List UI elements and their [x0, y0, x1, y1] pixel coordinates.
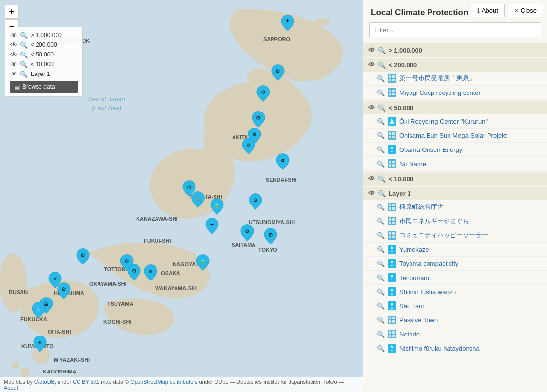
list-item-lt200k-1[interactable]: 🔍 Miyagi Coop recycling center: [363, 86, 547, 100]
legend-eye-lt50k[interactable]: 👁: [10, 51, 17, 58]
list-item-layer1-1[interactable]: 🔍 市民エネルギーやまぐち: [363, 214, 547, 228]
group-header-layer1[interactable]: 👁 🔍 Layer 1: [363, 187, 547, 200]
marker-m2[interactable]: 🚶: [189, 191, 207, 208]
marker-n6[interactable]: ♻: [274, 153, 292, 170]
group-header-gt1m[interactable]: 👁 🔍 > 1.000.000: [363, 43, 547, 57]
search-icon-lt50k-1[interactable]: 🔍: [377, 132, 385, 139]
svg-text:🚶: 🚶: [195, 195, 201, 202]
legend-eye-lt10k[interactable]: 👁: [10, 60, 17, 68]
svg-rect-68: [389, 320, 391, 323]
group-eye-lt50k[interactable]: 👁: [368, 104, 375, 112]
list-item-layer1-2[interactable]: 🔍 コミュニティハッピーソーラー: [363, 228, 547, 243]
legend-eye-layer1[interactable]: 👁: [10, 70, 17, 78]
group-search-layer1[interactable]: 🔍: [378, 190, 386, 197]
cc-link[interactable]: CC BY 3.0: [73, 379, 98, 385]
search-icon-layer1-1[interactable]: 🔍: [377, 218, 385, 225]
legend-item-lt200k[interactable]: 👁 🔍 < 200.000: [10, 41, 78, 49]
search-icon-layer1-6[interactable]: 🔍: [377, 288, 385, 296]
search-icon-layer1-10[interactable]: 🔍: [377, 345, 385, 352]
marker-r1[interactable]: ☀: [31, 335, 49, 353]
group-header-lt200k[interactable]: 👁 🔍 < 200.000: [363, 58, 547, 72]
svg-rect-41: [392, 132, 395, 135]
list-item-layer1-3[interactable]: 🔍 Yumekaze: [363, 243, 547, 257]
search-icon-lt50k-3[interactable]: 🔍: [377, 160, 385, 168]
legend-search-lt10k[interactable]: 🔍: [20, 61, 28, 68]
search-icon-layer1-8[interactable]: 🔍: [377, 317, 385, 324]
group-eye-layer1[interactable]: 👁: [368, 189, 375, 197]
marker-k2[interactable]: ☀: [142, 264, 159, 281]
about-footer-link[interactable]: About: [4, 385, 18, 391]
cartodb-link[interactable]: CartoDB: [34, 379, 55, 385]
search-icon-lt50k-2[interactable]: 🔍: [377, 146, 385, 153]
search-icon-layer1-7[interactable]: 🔍: [377, 302, 385, 310]
search-icon-layer1-4[interactable]: 🔍: [377, 260, 385, 267]
map-area: Sea of Japan(East Sea) VLADIVOSTOK SAPPO…: [0, 0, 363, 392]
legend-item-gt1m[interactable]: 👁 🔍 > 1.000.000: [10, 31, 78, 39]
browse-data-button[interactable]: ▤ Browse data: [10, 81, 78, 93]
list-item-layer1-7[interactable]: 🔍 Sao Taro: [363, 299, 547, 313]
list-item-layer1-8[interactable]: 🔍 Passive Town: [363, 313, 547, 327]
marker-t1[interactable]: ☀: [203, 217, 221, 235]
search-icon-lt50k-0[interactable]: 🔍: [377, 118, 385, 125]
marker-t3[interactable]: ⚙: [262, 227, 279, 245]
legend-search-gt1m[interactable]: 🔍: [20, 32, 28, 39]
group-eye-gt1m[interactable]: 👁: [368, 46, 375, 54]
marker-n5[interactable]: ♻: [240, 137, 257, 155]
marker-k1[interactable]: 🍃: [194, 254, 212, 271]
group-search-lt10k[interactable]: 🔍: [378, 175, 386, 183]
osm-link[interactable]: OpenStreetMap contributors: [130, 379, 197, 385]
svg-rect-40: [389, 132, 391, 135]
search-icon-lt200k-1[interactable]: 🔍: [377, 89, 385, 96]
legend-search-lt50k[interactable]: 🔍: [20, 51, 28, 58]
group-search-lt200k[interactable]: 🔍: [378, 61, 386, 69]
search-icon-layer1-0[interactable]: 🔍: [377, 204, 385, 211]
group-search-lt50k[interactable]: 🔍: [378, 104, 386, 112]
about-button[interactable]: ℹ About: [471, 4, 505, 17]
group-search-gt1m[interactable]: 🔍: [378, 47, 386, 54]
search-icon-layer1-3[interactable]: 🔍: [377, 246, 385, 253]
list-item-lt50k-0[interactable]: 🔍 Ōki Recycling Center "Kururun": [363, 114, 547, 129]
marker-c1[interactable]: ⚙: [74, 248, 92, 265]
marker-n1[interactable]: ⚙: [269, 64, 287, 81]
search-icon-lt200k-0[interactable]: 🔍: [377, 75, 385, 82]
legend-eye-gt1m[interactable]: 👁: [10, 31, 17, 39]
list-item-lt50k-3[interactable]: 🔍 No Name: [363, 157, 547, 171]
group-header-lt10k[interactable]: 👁 🔍 < 10.000: [363, 172, 547, 186]
legend-eye-lt200k[interactable]: 👁: [10, 41, 17, 49]
marker-n2[interactable]: ⚙: [254, 85, 272, 102]
legend-search-lt200k[interactable]: 🔍: [20, 41, 28, 49]
search-icon-layer1-9[interactable]: 🔍: [377, 331, 385, 338]
marker-m4[interactable]: ⚙: [247, 193, 264, 210]
list-item-layer1-9[interactable]: 🔍 Notorin: [363, 327, 547, 341]
legend-item-layer1[interactable]: 👁 🔍 Layer 1: [10, 70, 78, 78]
list-item-lt50k-2[interactable]: 🔍 Obama Onsen Energy: [363, 143, 547, 157]
list-item-layer1-10[interactable]: 🔍 Nishimo fūruku hataydonsha: [363, 341, 547, 355]
list-item-lt200k-0[interactable]: 🔍 第一号市民発電所「恵泉」: [363, 72, 547, 86]
list-item-layer1-0[interactable]: 🔍 梼原町総合庁舎: [363, 200, 547, 214]
legend-item-lt10k[interactable]: 👁 🔍 < 10.000: [10, 60, 78, 68]
close-button[interactable]: ✕ Close: [508, 4, 543, 17]
legend-item-lt50k[interactable]: 👁 🔍 < 50.000: [10, 51, 78, 58]
marker-t2[interactable]: ⚙: [238, 224, 256, 242]
list-item-layer1-6[interactable]: 🔍 Shimin fusha wanzu: [363, 285, 547, 299]
item-icon-lt200k-0: [388, 74, 396, 83]
marker-c2[interactable]: ⚙: [118, 254, 136, 271]
group-eye-lt10k[interactable]: 👁: [368, 175, 375, 183]
list-item-lt50k-1[interactable]: 🔍 Ohisama Bun Sun Mega-Solar Projekt: [363, 129, 547, 143]
legend-search-layer1[interactable]: 🔍: [20, 71, 28, 78]
filter-input[interactable]: [369, 22, 541, 37]
svg-rect-72: [389, 335, 391, 337]
marker-ky4[interactable]: 💧: [30, 301, 47, 319]
group-header-lt50k[interactable]: 👁 🔍 < 50.000: [363, 101, 547, 114]
zoom-in-button[interactable]: +: [5, 5, 19, 19]
list-item-layer1-4[interactable]: 🔍 Toyama compact city: [363, 257, 547, 271]
marker-hokkaido[interactable]: ✦: [279, 14, 296, 32]
search-icon-layer1-5[interactable]: 🔍: [377, 274, 385, 281]
marker-m3[interactable]: 🍃: [208, 198, 226, 215]
svg-rect-35: [389, 90, 391, 92]
marker-n3[interactable]: ⚙: [250, 111, 267, 128]
marker-ky2[interactable]: ⚙: [55, 282, 73, 299]
search-icon-layer1-2[interactable]: 🔍: [377, 232, 385, 239]
group-eye-lt200k[interactable]: 👁: [368, 61, 375, 69]
list-item-layer1-5[interactable]: 🔍 Tenpumaru: [363, 271, 547, 285]
